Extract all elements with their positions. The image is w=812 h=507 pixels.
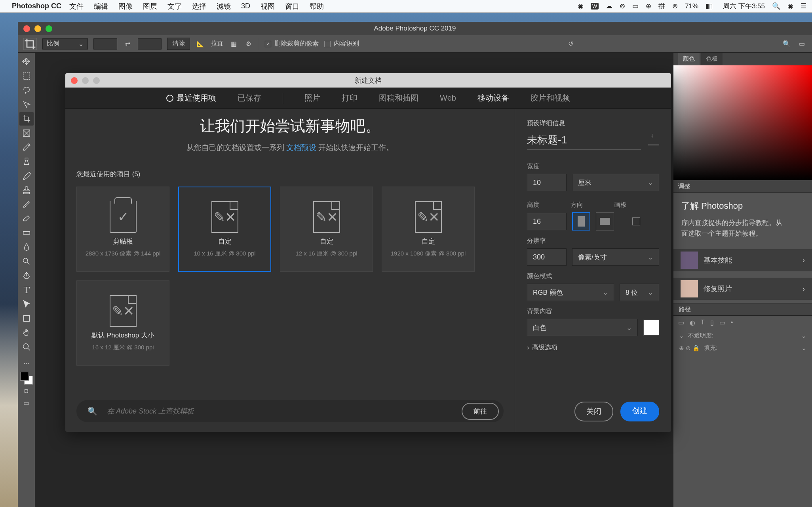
- tab-recent[interactable]: 最近使用项: [166, 93, 216, 103]
- healing-tool[interactable]: [19, 155, 34, 168]
- blur-tool[interactable]: [19, 240, 34, 254]
- battery-icon[interactable]: ▮▯: [706, 2, 713, 10]
- notification-center-icon[interactable]: ☰: [801, 2, 806, 10]
- edit-toolbar-icon[interactable]: ⋯: [19, 358, 34, 369]
- menu-window[interactable]: 窗口: [285, 2, 299, 11]
- swatches-panel-tab[interactable]: 色板: [701, 53, 723, 65]
- paths-panel-tab[interactable]: 路径: [673, 303, 812, 316]
- mask-icon[interactable]: ◐: [690, 319, 695, 326]
- go-button[interactable]: 前往: [462, 403, 499, 420]
- height-input[interactable]: 16: [527, 213, 567, 230]
- menu-layer[interactable]: 图层: [143, 2, 157, 11]
- color-picker[interactable]: [673, 65, 812, 180]
- marquee-tool[interactable]: [19, 69, 34, 83]
- app-name[interactable]: Photoshop CC: [12, 2, 61, 10]
- wps-icon[interactable]: W: [591, 3, 599, 10]
- preset-card-4[interactable]: ✎✕默认 Photoshop 大小16 x 12 厘米 @ 300 ppi: [76, 280, 169, 366]
- char-icon[interactable]: ▯: [710, 319, 714, 326]
- tab-film[interactable]: 胶片和视频: [531, 93, 570, 103]
- para-icon[interactable]: ▭: [719, 319, 725, 326]
- path-select-tool[interactable]: [19, 297, 34, 311]
- resolution-input[interactable]: 300: [527, 248, 567, 266]
- screenmode-icon[interactable]: ▭: [19, 397, 34, 408]
- foreground-background-colors[interactable]: [20, 372, 33, 385]
- delete-cropped-checkbox[interactable]: ✓删除裁剪的像素: [265, 40, 319, 48]
- lock-icons[interactable]: ⊕ ⊘ 🔒: [679, 345, 700, 352]
- background-swatch[interactable]: [643, 320, 659, 335]
- zoom-tool[interactable]: [19, 340, 34, 354]
- color-mode-select[interactable]: RGB 颜色⌄: [527, 284, 614, 301]
- dodge-tool[interactable]: [19, 255, 34, 268]
- advanced-options-toggle[interactable]: ›高级选项: [527, 343, 659, 352]
- shape-tool[interactable]: [19, 312, 34, 325]
- menu-view[interactable]: 视图: [261, 2, 275, 11]
- chat-icon[interactable]: ☁: [606, 2, 612, 10]
- save-preset-icon[interactable]: [648, 137, 659, 145]
- menu-select[interactable]: 选择: [192, 2, 206, 11]
- pen-tool[interactable]: [19, 269, 34, 282]
- content-aware-checkbox[interactable]: 内容识别: [324, 40, 359, 48]
- menu-help[interactable]: 帮助: [310, 2, 324, 11]
- color-panel-tab[interactable]: 颜色: [678, 53, 700, 65]
- lasso-tool[interactable]: [19, 84, 34, 97]
- tab-mobile[interactable]: 移动设备: [477, 93, 509, 103]
- stamp-tool[interactable]: [19, 183, 34, 197]
- workspace-icon[interactable]: ▭: [797, 39, 806, 49]
- adjustments-tab[interactable]: 调整: [678, 183, 690, 190]
- brush-tool[interactable]: [19, 169, 34, 183]
- menu-type[interactable]: 文字: [167, 2, 182, 11]
- clear-button[interactable]: 清除: [167, 38, 190, 50]
- siri-icon[interactable]: ◉: [787, 2, 793, 10]
- orientation-portrait[interactable]: [572, 212, 590, 231]
- chevron-down-icon[interactable]: ⌄: [801, 332, 806, 339]
- tab-photo[interactable]: 照片: [304, 93, 320, 103]
- crop-tool-icon[interactable]: [23, 38, 37, 50]
- cc-icon[interactable]: ⊚: [620, 2, 625, 10]
- unit-select[interactable]: 厘米⌄: [572, 174, 659, 191]
- tutorial-fix-photos[interactable]: 修复照片 ›: [673, 278, 812, 300]
- preset-card-0[interactable]: ✓剪贴板2880 x 1736 像素 @ 144 ppi: [76, 187, 169, 272]
- width-input[interactable]: 10: [527, 174, 567, 191]
- menu-filter[interactable]: 滤镜: [217, 2, 231, 11]
- bit-depth-select[interactable]: 8 位⌄: [620, 284, 659, 301]
- menu-3d[interactable]: 3D: [241, 2, 250, 10]
- move-tool[interactable]: [19, 55, 34, 69]
- crop-height-field[interactable]: [138, 38, 162, 50]
- tab-web[interactable]: Web: [440, 93, 456, 103]
- close-button[interactable]: 关闭: [574, 402, 613, 421]
- document-name-field[interactable]: 未标题-1: [527, 133, 641, 150]
- wechat-icon[interactable]: ◉: [578, 2, 584, 10]
- display-icon[interactable]: ▭: [632, 2, 639, 10]
- stock-search-input[interactable]: [107, 407, 452, 416]
- battery-percent[interactable]: 71%: [685, 2, 698, 10]
- layer-thumb-icon[interactable]: ▭: [678, 319, 684, 326]
- preset-card-1[interactable]: ✎✕自定10 x 16 厘米 @ 300 ppi: [178, 187, 271, 272]
- tab-saved[interactable]: 已保存: [238, 93, 261, 103]
- hand-tool[interactable]: [19, 326, 34, 339]
- preset-card-2[interactable]: ✎✕自定12 x 16 厘米 @ 300 ppi: [280, 187, 373, 272]
- create-button[interactable]: 创建: [620, 402, 659, 421]
- crop-width-field[interactable]: [93, 38, 117, 50]
- swap-icon[interactable]: ⇄: [123, 39, 132, 49]
- straighten-label[interactable]: 拉直: [211, 40, 223, 48]
- menu-file[interactable]: 文件: [69, 2, 84, 11]
- menu-edit[interactable]: 编辑: [94, 2, 108, 11]
- gear-icon[interactable]: ⚙: [244, 39, 253, 49]
- quick-select-tool[interactable]: [19, 98, 34, 111]
- history-brush-tool[interactable]: [19, 198, 34, 211]
- input-method[interactable]: 拼: [658, 2, 665, 11]
- background-select[interactable]: 白色⌄: [527, 319, 638, 336]
- artboard-checkbox[interactable]: [632, 217, 640, 225]
- ratio-dropdown[interactable]: 比例⌄: [42, 38, 88, 50]
- maximize-window-button[interactable]: [46, 25, 52, 32]
- type-tool[interactable]: [19, 283, 34, 297]
- minimize-window-button[interactable]: [34, 25, 41, 32]
- search-icon[interactable]: 🔍: [782, 39, 791, 49]
- crop-tool[interactable]: [19, 112, 34, 126]
- close-window-button[interactable]: [23, 25, 30, 32]
- reset-icon[interactable]: ↺: [566, 39, 575, 49]
- type-prop-icon[interactable]: T: [701, 319, 705, 326]
- gradient-tool[interactable]: [19, 226, 34, 240]
- quickmask-icon[interactable]: ◘: [19, 385, 34, 396]
- doc-presets-link[interactable]: 文档预设: [286, 143, 316, 152]
